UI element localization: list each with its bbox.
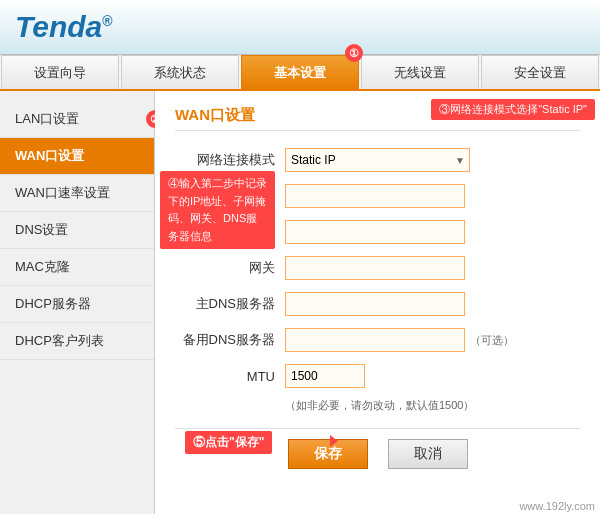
brand-trademark: ® bbox=[102, 13, 112, 29]
button-row: ⑤点击"保存" 保存 取消 bbox=[175, 428, 580, 469]
cancel-button[interactable]: 取消 bbox=[388, 439, 468, 469]
ip-input[interactable] bbox=[285, 184, 465, 208]
annotation-5-arrow bbox=[330, 435, 338, 447]
tab-basic-settings[interactable]: 基本设置 ① bbox=[241, 55, 359, 89]
sidebar-item-lan[interactable]: LAN口设置 ② bbox=[0, 101, 154, 138]
primary-dns-row: 主DNS服务器 bbox=[175, 290, 580, 318]
gateway-input[interactable] bbox=[285, 256, 465, 280]
sidebar-item-dhcp-client[interactable]: DHCP客户列表 bbox=[0, 323, 154, 360]
primary-dns-input[interactable] bbox=[285, 292, 465, 316]
nav-tabs: 设置向导 系统状态 基本设置 ① 无线设置 安全设置 bbox=[0, 55, 600, 91]
connection-mode-select[interactable]: Static IP 动态IP(DHCP) PPPoE PPTP L2TP bbox=[285, 148, 470, 172]
connection-mode-select-wrapper: Static IP 动态IP(DHCP) PPPoE PPTP L2TP ▼ bbox=[285, 148, 470, 172]
sidebar-item-dns[interactable]: DNS设置 bbox=[0, 212, 154, 249]
mtu-label: MTU bbox=[175, 369, 285, 384]
gateway-row: 网关 bbox=[175, 254, 580, 282]
subnet-input[interactable] bbox=[285, 220, 465, 244]
backup-dns-row: 备用DNS服务器 （可选） bbox=[175, 326, 580, 354]
tab-wireless-settings[interactable]: 无线设置 bbox=[361, 55, 479, 89]
mtu-row: MTU bbox=[175, 362, 580, 390]
sidebar-lan-label: LAN口设置 bbox=[15, 111, 79, 126]
primary-dns-label: 主DNS服务器 bbox=[175, 295, 285, 313]
gateway-label: 网关 bbox=[175, 259, 285, 277]
tab-security-settings[interactable]: 安全设置 bbox=[481, 55, 599, 89]
main-area: LAN口设置 ② WAN口设置 WAN口速率设置 DNS设置 MAC克隆 DHC… bbox=[0, 91, 600, 514]
tab-system-status[interactable]: 系统状态 bbox=[121, 55, 239, 89]
backup-dns-input[interactable] bbox=[285, 328, 465, 352]
mtu-hint: （如非必要，请勿改动，默认值1500） bbox=[285, 398, 580, 413]
sidebar-item-mac-clone[interactable]: MAC克隆 bbox=[0, 249, 154, 286]
sidebar-item-wan-speed[interactable]: WAN口速率设置 bbox=[0, 175, 154, 212]
annotation-3: ③网络连接模式选择"Static IP" bbox=[431, 99, 595, 120]
page-wrapper: Tenda® 设置向导 系统状态 基本设置 ① 无线设置 安全设置 LAN口设置… bbox=[0, 0, 600, 514]
annotation-4: ④输入第二步中记录下的IP地址、子网掩码、网关、DNS服务器信息 bbox=[160, 171, 275, 249]
optional-tag: （可选） bbox=[470, 333, 514, 348]
backup-dns-label: 备用DNS服务器 bbox=[175, 331, 285, 349]
connection-mode-row: 网络连接模式 Static IP 动态IP(DHCP) PPPoE PPTP L… bbox=[175, 146, 580, 174]
mtu-input[interactable] bbox=[285, 364, 365, 388]
content-area: WAN口设置 ③网络连接模式选择"Static IP" ④输入第二步中记录下的I… bbox=[155, 91, 600, 514]
tab-setup-wizard[interactable]: 设置向导 bbox=[1, 55, 119, 89]
tab-basic-settings-label: 基本设置 bbox=[274, 64, 326, 82]
connection-mode-label: 网络连接模式 bbox=[175, 151, 285, 169]
sidebar-item-dhcp-server[interactable]: DHCP服务器 bbox=[0, 286, 154, 323]
save-button[interactable]: 保存 bbox=[288, 439, 368, 469]
annotation-5: ⑤点击"保存" bbox=[185, 431, 272, 454]
annotation-1: ① bbox=[345, 44, 363, 62]
brand-name: Tenda bbox=[15, 10, 102, 43]
header: Tenda® bbox=[0, 0, 600, 55]
sidebar: LAN口设置 ② WAN口设置 WAN口速率设置 DNS设置 MAC克隆 DHC… bbox=[0, 91, 155, 514]
watermark: www.192ly.com bbox=[519, 500, 595, 512]
sidebar-item-wan[interactable]: WAN口设置 bbox=[0, 138, 154, 175]
brand-logo: Tenda® bbox=[15, 10, 113, 44]
